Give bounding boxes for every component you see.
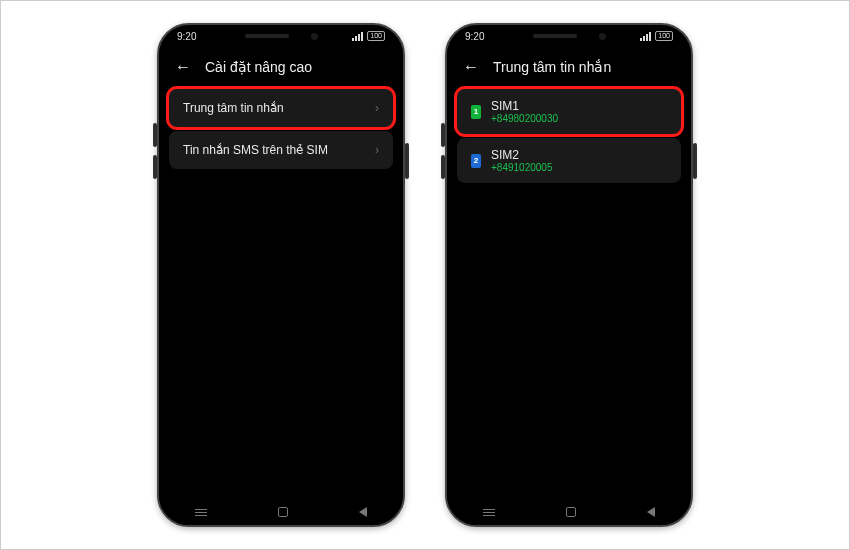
row-message-center[interactable]: Trung tâm tin nhắn ›: [169, 89, 393, 127]
back-nav-icon[interactable]: [647, 507, 655, 517]
page-title: Cài đặt nâng cao: [205, 59, 312, 75]
battery-icon: 100: [655, 31, 673, 41]
page-title: Trung tâm tin nhắn: [493, 59, 611, 75]
sim2-name: SIM2: [491, 148, 552, 162]
notch: [221, 25, 341, 47]
row-label: Trung tâm tin nhắn: [183, 101, 284, 115]
phone-left: 9:20 100 ← Cài đặt nâng cao Trung tâm ti…: [157, 23, 405, 527]
sim1-row[interactable]: 1 SIM1 +84980200030: [457, 89, 681, 134]
sim2-number: +8491020005: [491, 162, 552, 173]
signal-icon: [352, 32, 363, 41]
back-nav-icon[interactable]: [359, 507, 367, 517]
row-sms-on-sim[interactable]: Tin nhắn SMS trên thẻ SIM ›: [169, 131, 393, 169]
notch: [509, 25, 629, 47]
chevron-right-icon: ›: [375, 101, 379, 115]
signal-icon: [640, 32, 651, 41]
status-time: 9:20: [177, 31, 196, 42]
row-label: Tin nhắn SMS trên thẻ SIM: [183, 143, 328, 157]
android-navbar: [447, 507, 691, 517]
back-icon[interactable]: ←: [463, 59, 479, 75]
android-navbar: [159, 507, 403, 517]
phone-right: 9:20 100 ← Trung tâm tin nhắn 1 SIM1 +84…: [445, 23, 693, 527]
status-time: 9:20: [465, 31, 484, 42]
home-icon[interactable]: [278, 507, 288, 517]
recent-apps-icon[interactable]: [483, 509, 495, 516]
sim1-badge-icon: 1: [471, 105, 481, 119]
recent-apps-icon[interactable]: [195, 509, 207, 516]
sim1-number: +84980200030: [491, 113, 558, 124]
sim2-badge-icon: 2: [471, 154, 481, 168]
chevron-right-icon: ›: [375, 143, 379, 157]
header: ← Trung tâm tin nhắn: [447, 47, 691, 89]
sim1-name: SIM1: [491, 99, 558, 113]
sim2-row[interactable]: 2 SIM2 +8491020005: [457, 138, 681, 183]
battery-icon: 100: [367, 31, 385, 41]
home-icon[interactable]: [566, 507, 576, 517]
header: ← Cài đặt nâng cao: [159, 47, 403, 89]
back-icon[interactable]: ←: [175, 59, 191, 75]
